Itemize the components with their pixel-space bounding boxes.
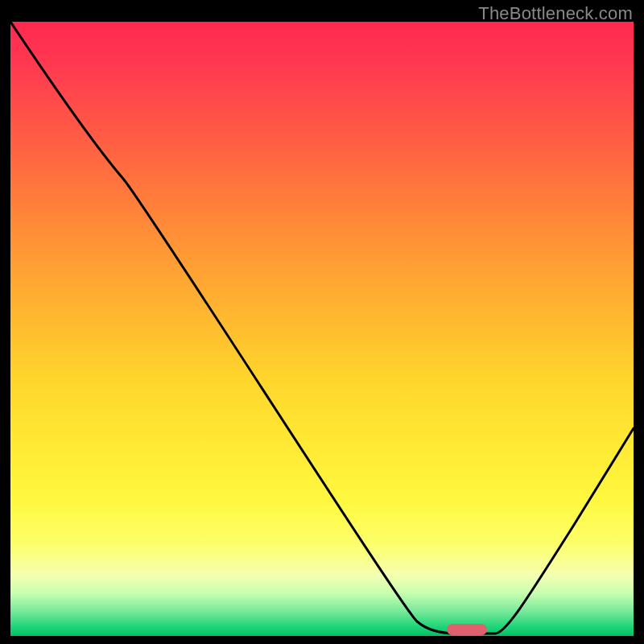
optimal-range-marker (447, 624, 487, 635)
bottleneck-curve (10, 22, 634, 636)
